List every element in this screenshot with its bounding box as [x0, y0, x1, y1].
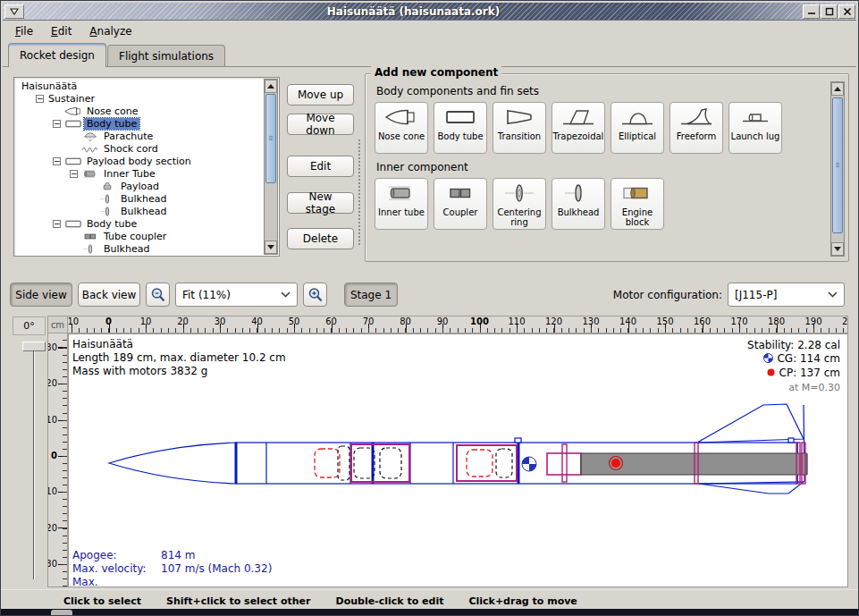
add-trapezoidal-button[interactable]: Trapezoidal — [552, 102, 605, 154]
edit-button[interactable]: Edit — [287, 156, 354, 177]
tree-item[interactable]: Tube coupler — [15, 230, 263, 242]
tree-item[interactable]: Shock cord — [15, 142, 263, 155]
menu-item-analyze[interactable]: Analyze — [80, 22, 140, 40]
window-menu-button[interactable] — [4, 4, 24, 19]
inner-tube-icon — [80, 168, 101, 180]
ruler-h-label: 10 — [140, 316, 152, 326]
component-scrollbar-thumb[interactable] — [832, 97, 843, 233]
launch-lug-shape[interactable] — [515, 438, 521, 443]
tree-expander-icon[interactable]: − — [70, 170, 78, 178]
tab-flight-simulations[interactable]: Flight simulations — [107, 45, 225, 66]
tree-item[interactable]: −Body tube — [15, 117, 263, 130]
flight-stat-label: Max. velocity: — [72, 562, 161, 576]
tree-item[interactable]: Parachute — [15, 130, 263, 142]
add-bulkhead-button[interactable]: Bulkhead — [552, 178, 605, 230]
nose-cone-shape[interactable] — [109, 443, 236, 484]
scroll-down-button[interactable] — [265, 240, 277, 254]
tree-item[interactable]: −Payload body section — [15, 155, 263, 167]
window-menu-triangle-icon — [10, 8, 19, 15]
add-launch-lug-button[interactable]: Launch lug — [728, 102, 782, 154]
flight-stat-row: Apogee:814 m — [72, 549, 272, 562]
tree-item[interactable]: Bulkhead — [15, 205, 263, 217]
component-button-label: Body tube — [437, 131, 483, 141]
tab-rocket-design[interactable]: Rocket design — [8, 43, 106, 67]
add-nose-cone-button[interactable]: Nose cone — [375, 102, 428, 154]
tree-item[interactable]: −Inner Tube — [15, 167, 263, 180]
zoom-level-select[interactable]: Fit (11%) — [175, 283, 298, 307]
ruler-h-label: 100 — [470, 316, 489, 326]
tree-item[interactable]: Payload — [15, 180, 263, 192]
add-elliptical-button[interactable]: Elliptical — [611, 102, 664, 154]
panel-divider[interactable] — [358, 139, 362, 246]
add-body-tube-button[interactable]: Body tube — [434, 102, 487, 154]
bulkhead-icon — [80, 243, 101, 255]
delete-button[interactable]: Delete — [287, 228, 354, 249]
tree-item[interactable]: Bulkhead — [15, 242, 263, 255]
ruler-vertical: -30-20-100102030 — [47, 333, 68, 587]
component-scrollbar[interactable] — [830, 81, 845, 257]
bulkhead-icon — [560, 179, 596, 207]
body-tube-icon — [63, 118, 84, 130]
add-engine-block-button[interactable]: Engine block — [611, 178, 664, 230]
maximize-button[interactable] — [821, 4, 838, 19]
coupler-icon — [80, 231, 101, 242]
payload-icon — [97, 181, 118, 192]
rotation-slider-handle[interactable] — [22, 342, 46, 351]
rotation-slider[interactable] — [22, 340, 46, 583]
upper-fin-shape[interactable] — [697, 404, 804, 443]
scroll-up-button[interactable] — [831, 82, 844, 96]
tree-scrollbar[interactable] — [264, 79, 278, 255]
stage-1-toggle[interactable]: Stage 1 — [344, 283, 398, 307]
tree-expander-icon[interactable]: − — [53, 157, 61, 165]
title-bar[interactable]: Haisunäätä (haisunaata.ork) — [3, 3, 856, 21]
motor-configuration-value: [J115-P] — [735, 289, 777, 301]
motor-mount-shape[interactable] — [547, 453, 581, 475]
rocket-canvas[interactable]: Haisunäätä Length 189 cm, max. diameter … — [68, 333, 848, 587]
ruler-v-label: -30 — [47, 342, 57, 352]
add-transition-button[interactable]: Transition — [493, 102, 546, 154]
scroll-down-button[interactable] — [831, 242, 844, 256]
zoom-in-button[interactable] — [303, 283, 327, 307]
component-button-label: Elliptical — [619, 131, 656, 141]
ruler-h-label: 50 — [289, 316, 300, 326]
ruler-h-label: 150 — [656, 316, 673, 326]
motor-configuration-select[interactable]: [J115-P] — [728, 283, 845, 307]
tree-item[interactable]: Nose cone — [15, 105, 263, 117]
cp-line: CP: 137 cm — [747, 367, 840, 381]
parachute-icon — [80, 131, 101, 142]
new-stage-button[interactable]: New stage — [287, 192, 354, 214]
minimize-button[interactable] — [803, 4, 820, 19]
close-button[interactable] — [838, 4, 855, 19]
ruler-h-label: 190 — [804, 316, 821, 326]
add-coupler-button[interactable]: Coupler — [434, 178, 487, 230]
motor-configuration-label: Motor configuration: — [613, 283, 722, 307]
tree-item[interactable]: Bulkhead — [15, 192, 263, 205]
move-up-button[interactable]: Move up — [287, 84, 354, 105]
back-view-button[interactable]: Back view — [78, 283, 140, 307]
tree-expander-icon[interactable]: − — [53, 120, 61, 128]
move-down-button[interactable]: Move down — [287, 114, 354, 135]
hint-text: Double-click to edit — [336, 595, 444, 607]
tree-expander-icon[interactable]: − — [53, 220, 61, 228]
menu-item-file[interactable]: File — [6, 22, 42, 40]
tree-expander-icon[interactable]: − — [36, 95, 44, 103]
component-tree[interactable]: Haisunäätä−SustainerNose cone−Body tubeP… — [13, 77, 280, 257]
tree-item-label: Bulkhead — [118, 193, 169, 205]
tree-item[interactable]: −Body tube — [15, 217, 263, 230]
tree-item[interactable]: Haisunäätä — [15, 80, 263, 92]
tree-scrollbar-thumb[interactable] — [265, 94, 276, 183]
add-component-panel: Add new component Body components and fi… — [365, 73, 849, 262]
add-inner-tube-button[interactable]: Inner tube — [375, 178, 428, 230]
taskbar-edge — [1, 609, 858, 615]
add-centering-ring-button[interactable]: Centering ring — [493, 178, 546, 230]
tree-item[interactable]: −Sustainer — [15, 92, 263, 105]
stability-value: Stability: 2.28 cal — [747, 339, 840, 352]
scroll-up-button[interactable] — [265, 80, 277, 93]
side-view-button[interactable]: Side view — [10, 283, 72, 307]
body-tube-icon — [442, 103, 478, 131]
add-freeform-button[interactable]: Freeform — [670, 102, 723, 154]
menu-item-edit[interactable]: Edit — [42, 22, 80, 40]
magnifier-plus-icon — [307, 287, 324, 303]
trapezoidal-icon — [560, 103, 596, 131]
zoom-out-button[interactable] — [146, 283, 170, 307]
